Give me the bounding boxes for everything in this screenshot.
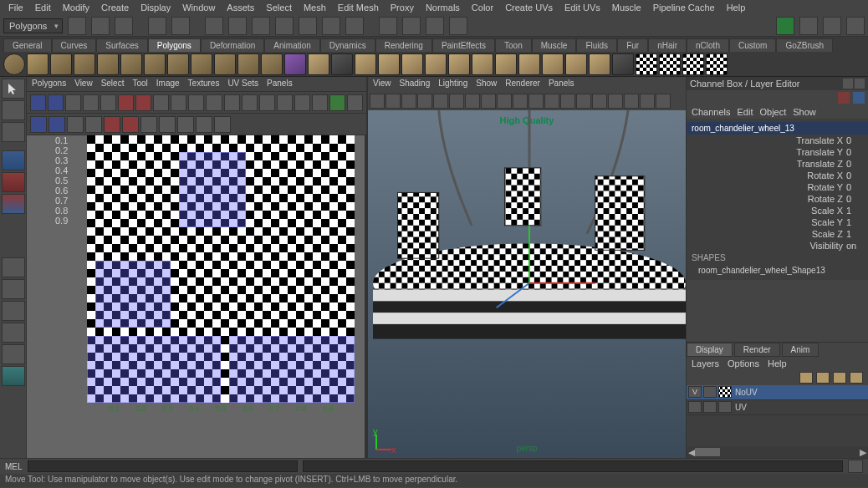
poly-pyramid-icon[interactable] <box>167 53 189 75</box>
ch-menu-edit[interactable]: Edit <box>737 107 753 117</box>
layer-scrollbar[interactable]: ◀▶ <box>687 446 868 458</box>
poly-torus-icon[interactable] <box>120 53 142 75</box>
shelf-tab-dynamics[interactable]: Dynamics <box>320 38 375 52</box>
menu-createuvs[interactable]: Create UVs <box>500 1 558 14</box>
shelf-tab-ncloth[interactable]: nCloth <box>687 38 729 52</box>
shelf-tab-painteffects[interactable]: PaintEffects <box>432 38 495 52</box>
shelf-tab-muscle[interactable]: Muscle <box>532 38 577 52</box>
uv-flip-u-icon[interactable] <box>118 94 134 111</box>
rotate-tool-icon[interactable] <box>2 172 25 192</box>
menu-assets[interactable]: Assets <box>222 1 259 14</box>
separate-icon[interactable] <box>331 53 353 75</box>
persp-tb-icon[interactable] <box>465 94 480 109</box>
uv-rotate-cw-icon[interactable] <box>171 94 186 111</box>
append-icon[interactable] <box>472 53 493 75</box>
poly-platonic-icon[interactable] <box>261 53 283 75</box>
uv-menu-select[interactable]: Select <box>101 79 125 89</box>
offset-edge-icon[interactable] <box>518 53 540 75</box>
layer-color-swatch[interactable] <box>718 386 732 398</box>
move-down-icon[interactable] <box>850 372 863 384</box>
uv-menu-image[interactable]: Image <box>156 79 180 89</box>
attr-value[interactable]: 1 <box>846 229 863 239</box>
script-editor-icon[interactable] <box>848 460 863 473</box>
uv-grid-icon[interactable] <box>48 94 64 111</box>
redo-icon[interactable] <box>171 17 190 35</box>
persp-tb-icon[interactable] <box>528 94 544 109</box>
menu-edit[interactable]: Edit <box>30 1 56 14</box>
persp-tb-icon[interactable] <box>481 94 496 109</box>
persp-tb-icon[interactable] <box>449 94 464 109</box>
menu-window[interactable]: Window <box>177 1 220 14</box>
layer-menu-help[interactable]: Help <box>768 358 787 369</box>
persp-tb-icon[interactable] <box>513 94 528 109</box>
persp-tb-icon[interactable] <box>592 94 607 109</box>
poly-type-icon[interactable] <box>284 53 306 75</box>
shelf-tab-custom[interactable]: Custom <box>729 38 776 52</box>
menu-edituvs[interactable]: Edit UVs <box>559 1 605 14</box>
attr-value[interactable]: 1 <box>846 206 863 216</box>
menu-normals[interactable]: Normals <box>421 1 465 14</box>
attr-value[interactable]: 0 <box>846 182 863 192</box>
snap-curve-icon[interactable] <box>275 17 294 35</box>
shelf-tab-rendering[interactable]: Rendering <box>375 38 432 52</box>
shelf-tab-deformation[interactable]: Deformation <box>201 38 264 52</box>
open-scene-icon[interactable] <box>91 17 110 35</box>
close-icon[interactable] <box>855 79 865 89</box>
new-scene-icon[interactable] <box>68 17 86 35</box>
layer-name[interactable]: NoUV <box>733 388 758 397</box>
shelf-tab-surfaces[interactable]: Surfaces <box>96 38 147 52</box>
layer-row[interactable]: UV <box>687 400 868 415</box>
poly-sphere-icon[interactable] <box>3 53 25 75</box>
extrude-icon[interactable] <box>425 53 447 75</box>
layer-visibility-toggle[interactable]: V <box>688 386 702 398</box>
attr-value[interactable]: 0 <box>846 147 863 157</box>
persp-tb-icon[interactable] <box>433 94 448 109</box>
move-tool-icon[interactable] <box>2 150 25 170</box>
new-layer-icon[interactable] <box>799 372 813 384</box>
menu-editmesh[interactable]: Edit Mesh <box>333 1 384 14</box>
uv-tb2-icon[interactable] <box>140 116 157 133</box>
uv-display-icon[interactable] <box>347 94 363 111</box>
menu-modify[interactable]: Modify <box>58 1 94 14</box>
uv-editor-viewport[interactable]: 0.1 0.2 0.3 0.4 0.5 0.6 0.7 0.8 0.9 <box>27 135 366 458</box>
poly-cube-icon[interactable] <box>27 53 49 75</box>
persp-tb-icon[interactable] <box>656 94 671 109</box>
menu-proxy[interactable]: Proxy <box>385 1 419 14</box>
uv-snap-icon[interactable] <box>30 94 46 111</box>
uv-tb2-icon[interactable] <box>122 116 139 133</box>
uv-split-icon[interactable] <box>277 94 293 111</box>
perspective-viewport[interactable]: High Quality <box>368 110 686 458</box>
module-selector[interactable]: Polygons <box>3 18 63 33</box>
uv-tb2-icon[interactable] <box>30 116 47 133</box>
uv-menu-panels[interactable]: Panels <box>267 79 293 89</box>
menu-muscle[interactable]: Muscle <box>607 1 646 14</box>
select-by-name-icon[interactable] <box>228 17 247 35</box>
snap-point-icon[interactable] <box>299 17 317 35</box>
shelf-tab-nhair[interactable]: nHair <box>648 38 687 52</box>
persp-menu-renderer[interactable]: Renderer <box>505 79 540 90</box>
menu-file[interactable]: File <box>3 1 28 14</box>
uv-shell[interactable] <box>87 336 221 403</box>
history-icon[interactable] <box>379 17 397 35</box>
attr-value[interactable]: 1 <box>846 217 863 227</box>
single-pane-icon[interactable] <box>2 257 25 277</box>
uv-tb2-icon[interactable] <box>49 116 65 133</box>
uv-flip-v-icon[interactable] <box>135 94 151 111</box>
ch-menu-channels[interactable]: Channels <box>692 107 730 117</box>
shelf-tab-fluids[interactable]: Fluids <box>576 38 617 52</box>
uv-tb2-icon[interactable] <box>104 116 120 133</box>
uv-tb2-icon[interactable] <box>214 116 231 133</box>
shelf-tab-polygons[interactable]: Polygons <box>148 38 201 52</box>
persp-tb-icon[interactable] <box>370 94 385 109</box>
layer-tab-anim[interactable]: Anim <box>782 343 819 357</box>
combine-icon[interactable] <box>308 53 329 75</box>
layer-tab-display[interactable]: Display <box>687 343 733 357</box>
uv-checker-icon[interactable] <box>636 53 657 75</box>
attr-value[interactable]: 0 <box>846 170 863 180</box>
persp-tb-icon[interactable] <box>624 94 639 109</box>
shelf-tab-toon[interactable]: Toon <box>495 38 532 52</box>
poly-plane-icon[interactable] <box>97 53 119 75</box>
bevel-icon[interactable] <box>542 53 564 75</box>
uv-sew-icon[interactable] <box>242 94 258 111</box>
attribute-editor-toggle-icon[interactable] <box>823 17 841 35</box>
